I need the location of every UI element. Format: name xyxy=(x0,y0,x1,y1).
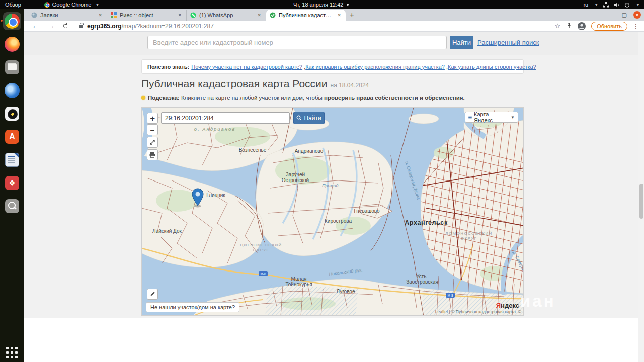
dock-item-screenshot-tool[interactable] xyxy=(3,197,21,215)
menu-dots-icon[interactable]: ⋮ xyxy=(633,23,639,30)
notification-dot-icon xyxy=(347,4,349,6)
network-icon[interactable] xyxy=(603,2,609,8)
map-label: Тойнокурья xyxy=(285,282,312,287)
not-found-button[interactable]: Не нашли участок/дом на карте? xyxy=(146,302,239,312)
map-label: Заостровская xyxy=(406,279,438,285)
app-menu-label: Google Chrome xyxy=(52,2,92,8)
tab-favicon xyxy=(190,12,196,18)
tab-close-icon[interactable]: ✕ xyxy=(177,13,183,18)
tab-ries-object[interactable]: Риес :: object ✕ xyxy=(107,10,187,21)
map-find-button[interactable]: Найти xyxy=(293,112,325,124)
activities-button[interactable]: Обзор xyxy=(5,2,21,8)
tab-close-icon[interactable]: ✕ xyxy=(256,13,262,18)
measure-button[interactable] xyxy=(147,289,158,300)
page-scrollbar[interactable] xyxy=(638,32,644,362)
useful-link-1[interactable]: Почему участка нет на кадастровой карте? xyxy=(191,64,302,70)
map-label: Прямой xyxy=(322,183,338,188)
app-menu[interactable]: Google Chrome ▼ xyxy=(44,2,100,8)
tab-zayavki[interactable]: Заявки ✕ xyxy=(28,10,107,21)
pencil-icon xyxy=(149,291,155,297)
advanced-search-link[interactable]: Расширенный поиск xyxy=(477,39,539,46)
url-host: egrp365.org xyxy=(87,23,122,30)
fullscreen-button[interactable] xyxy=(147,137,158,148)
tab-close-icon[interactable]: ✕ xyxy=(97,13,103,18)
dock-item-media-app[interactable]: ❖ xyxy=(3,174,21,192)
map-label: Гневашово xyxy=(354,208,379,214)
useful-link-3[interactable]: Как узнать длины сторон участка? xyxy=(448,64,536,70)
dock-item-rhythmbox[interactable] xyxy=(3,105,21,123)
map-attribution: Leaflet | © Публичная кадастровая карта.… xyxy=(435,309,521,314)
expand-icon xyxy=(149,139,155,145)
find-button[interactable]: Найти xyxy=(450,36,473,49)
zoom-out-button[interactable]: − xyxy=(147,124,158,135)
forward-button[interactable]: → xyxy=(46,22,56,30)
window-minimize-button[interactable]: — xyxy=(610,12,615,18)
chrome-update-button[interactable]: Обновить xyxy=(591,22,627,31)
svg-text:М-8: М-8 xyxy=(260,272,266,276)
map-label: Глинник xyxy=(206,192,225,198)
address-bar[interactable]: egrp365.org/map/?kadnum=29:16:200201:287 xyxy=(87,23,214,30)
map-search-input[interactable] xyxy=(161,112,290,124)
chevron-down-icon[interactable]: ▼ xyxy=(636,3,640,7)
chrome-icon xyxy=(5,14,20,29)
layer-selector[interactable]: Карта Яндекс ▼ xyxy=(465,112,518,123)
power-icon[interactable] xyxy=(624,2,630,8)
radio-icon xyxy=(468,116,472,119)
tab-cadastral-map-active[interactable]: Публичная кадастровая ✕ xyxy=(266,10,346,21)
search-input[interactable] xyxy=(147,36,447,49)
map-label: Луговое xyxy=(337,289,355,294)
new-tab-button[interactable]: ＋ xyxy=(346,10,358,21)
writer-icon xyxy=(5,153,19,167)
page-content: Найти Расширенный поиск Полезно знать: П… xyxy=(24,32,644,362)
scrollbar-thumb[interactable] xyxy=(639,184,643,219)
map-label-district: ОКРУГ xyxy=(461,236,477,241)
window-maximize-button[interactable]: ▢ xyxy=(622,12,627,18)
desktop: Обзор Google Chrome ▼ Чт, 18 апреля 12:4… xyxy=(0,0,644,362)
show-applications-button[interactable] xyxy=(6,347,18,359)
pushpin-icon[interactable] xyxy=(566,22,572,30)
back-button[interactable]: ← xyxy=(30,22,40,30)
cadastral-map[interactable]: М-8 М-8 о. Андрианов Вознесенье Андриано… xyxy=(141,107,524,316)
print-button[interactable] xyxy=(147,149,158,160)
tab-favicon xyxy=(270,12,276,18)
map-label: о. Андрианов xyxy=(194,126,236,132)
clock[interactable]: Чт, 18 апреля 12:42 xyxy=(293,2,349,8)
chevron-down-icon: ▼ xyxy=(95,3,99,7)
useful-link-2[interactable]: Как исправить ошибку расположения границ… xyxy=(305,64,445,70)
search-icon xyxy=(296,115,302,121)
chrome-icon xyxy=(44,2,50,8)
useful-label: Полезно знать: xyxy=(147,64,189,70)
tab-close-icon[interactable]: ✕ xyxy=(336,13,342,18)
dock-item-firefox[interactable] xyxy=(3,35,21,53)
reload-button[interactable] xyxy=(63,24,68,28)
browser-toolbar: ← → egrp365.org/map/?kadnum=29:16:200201… xyxy=(24,21,644,32)
dock-item-thunderbird[interactable] xyxy=(3,81,21,100)
zoom-in-button[interactable]: ＋ xyxy=(147,113,158,124)
dock-item-files[interactable] xyxy=(3,58,21,76)
language-indicator[interactable]: ru xyxy=(583,2,588,8)
clock-label: Чт, 18 апреля 12:42 xyxy=(293,2,343,8)
map-label: Заручей xyxy=(286,172,305,177)
map-label-city: Архангельск xyxy=(405,219,448,226)
tab-whatsapp[interactable]: (1) WhatsApp ✕ xyxy=(187,10,266,21)
bookmark-star-icon[interactable]: ☆ xyxy=(555,22,561,30)
volume-icon[interactable] xyxy=(614,2,620,8)
dock-item-chrome[interactable] xyxy=(3,12,21,30)
dock-item-ubuntu-software[interactable]: A xyxy=(3,128,21,146)
hint-line: Подсказка: Кликните на карте на любой уч… xyxy=(141,95,465,101)
map-label-district: ОКРУГ xyxy=(253,248,269,252)
dock-item-libreoffice-writer[interactable] xyxy=(3,151,21,169)
ubuntu-software-icon: A xyxy=(5,130,19,144)
map-canvas: М-8 М-8 о. Андрианов Вознесенье Андриано… xyxy=(142,108,524,316)
window-close-button[interactable]: ✕ xyxy=(633,11,641,19)
magnifier-icon xyxy=(5,199,19,213)
title-date: на 18.04.2024 xyxy=(331,82,369,89)
map-label-district: ЛОМОНОСОВСКИЙ xyxy=(445,231,492,236)
useful-info-bar: Полезно знать: Почему участка нет на кад… xyxy=(141,59,524,74)
tab-favicon xyxy=(31,12,37,18)
map-label-district: ЦИГЛОМЕНСКИЙ xyxy=(240,243,282,247)
page-title: Публичная кадастровая карта Россиина 18.… xyxy=(141,78,369,90)
printer-icon xyxy=(149,152,155,158)
avatar[interactable] xyxy=(578,22,586,30)
yandex-logo: Яндекс xyxy=(496,302,519,309)
